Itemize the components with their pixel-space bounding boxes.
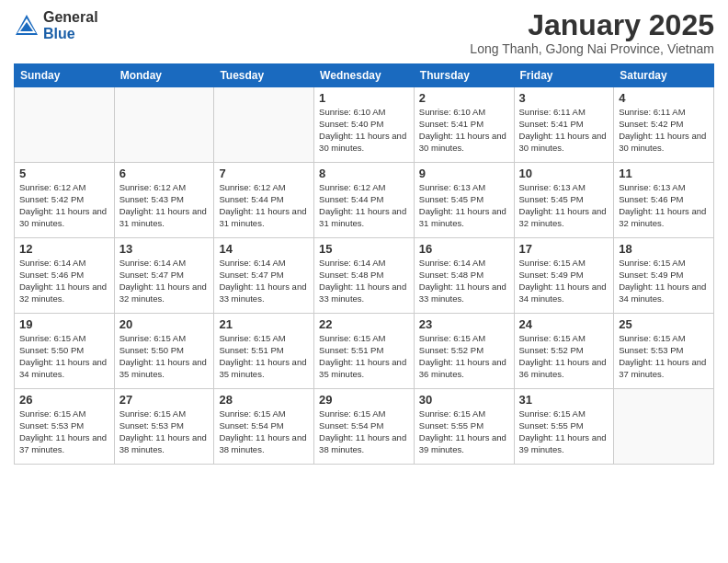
day-number: 2 — [419, 91, 509, 105]
table-row: 10Sunrise: 6:13 AMSunset: 5:45 PMDayligh… — [514, 163, 614, 238]
table-row: 23Sunrise: 6:15 AMSunset: 5:52 PMDayligh… — [414, 314, 514, 389]
table-row: 19Sunrise: 6:15 AMSunset: 5:50 PMDayligh… — [15, 314, 115, 389]
calendar: Sunday Monday Tuesday Wednesday Thursday… — [14, 63, 714, 465]
day-info: Sunrise: 6:15 AMSunset: 5:51 PMDaylight:… — [319, 333, 409, 380]
table-row: 25Sunrise: 6:15 AMSunset: 5:53 PMDayligh… — [614, 314, 714, 389]
table-row: 20Sunrise: 6:15 AMSunset: 5:50 PMDayligh… — [114, 314, 214, 389]
day-number: 1 — [319, 91, 409, 105]
page: General Blue January 2025 Long Thanh, GJ… — [0, 0, 728, 563]
table-row: 26Sunrise: 6:15 AMSunset: 5:53 PMDayligh… — [15, 389, 115, 465]
calendar-week-row: 1Sunrise: 6:10 AMSunset: 5:40 PMDaylight… — [15, 87, 714, 163]
day-info: Sunrise: 6:15 AMSunset: 5:53 PMDaylight:… — [619, 333, 709, 380]
calendar-header-row: Sunday Monday Tuesday Wednesday Thursday… — [15, 64, 714, 87]
table-row — [114, 87, 214, 163]
table-row: 29Sunrise: 6:15 AMSunset: 5:54 PMDayligh… — [314, 389, 415, 465]
day-number: 8 — [319, 167, 409, 180]
logo: General Blue — [14, 9, 98, 41]
table-row: 1Sunrise: 6:10 AMSunset: 5:40 PMDaylight… — [314, 87, 415, 163]
table-row: 27Sunrise: 6:15 AMSunset: 5:53 PMDayligh… — [114, 389, 214, 465]
day-info: Sunrise: 6:15 AMSunset: 5:50 PMDaylight:… — [119, 333, 210, 380]
day-number: 22 — [319, 317, 409, 331]
day-number: 12 — [19, 242, 109, 256]
day-number: 29 — [319, 393, 409, 407]
table-row: 12Sunrise: 6:14 AMSunset: 5:46 PMDayligh… — [15, 238, 115, 314]
month-title: January 2025 — [470, 9, 714, 41]
table-row: 8Sunrise: 6:12 AMSunset: 5:44 PMDaylight… — [314, 163, 415, 238]
day-info: Sunrise: 6:15 AMSunset: 5:55 PMDaylight:… — [419, 408, 509, 455]
day-info: Sunrise: 6:12 AMSunset: 5:44 PMDaylight:… — [319, 182, 409, 229]
day-number: 24 — [519, 317, 609, 331]
table-row: 5Sunrise: 6:12 AMSunset: 5:42 PMDaylight… — [15, 163, 115, 238]
day-number: 7 — [219, 167, 309, 180]
table-row: 11Sunrise: 6:13 AMSunset: 5:46 PMDayligh… — [614, 163, 714, 238]
day-info: Sunrise: 6:15 AMSunset: 5:52 PMDaylight:… — [419, 333, 509, 380]
day-number: 4 — [619, 91, 709, 105]
day-info: Sunrise: 6:15 AMSunset: 5:54 PMDaylight:… — [319, 408, 409, 455]
day-info: Sunrise: 6:13 AMSunset: 5:45 PMDaylight:… — [419, 182, 509, 229]
day-info: Sunrise: 6:15 AMSunset: 5:55 PMDaylight:… — [519, 408, 609, 455]
day-info: Sunrise: 6:12 AMSunset: 5:44 PMDaylight:… — [219, 182, 309, 229]
day-info: Sunrise: 6:11 AMSunset: 5:41 PMDaylight:… — [519, 107, 609, 154]
day-number: 28 — [219, 393, 309, 407]
table-row: 21Sunrise: 6:15 AMSunset: 5:51 PMDayligh… — [214, 314, 314, 389]
day-number: 14 — [219, 242, 309, 256]
table-row: 3Sunrise: 6:11 AMSunset: 5:41 PMDaylight… — [514, 87, 614, 163]
table-row: 7Sunrise: 6:12 AMSunset: 5:44 PMDaylight… — [214, 163, 314, 238]
header: General Blue January 2025 Long Thanh, GJ… — [14, 9, 714, 56]
table-row: 2Sunrise: 6:10 AMSunset: 5:41 PMDaylight… — [414, 87, 514, 163]
logo-text: General Blue — [43, 9, 98, 41]
day-number: 19 — [19, 317, 109, 331]
day-number: 27 — [119, 393, 210, 407]
col-wednesday: Wednesday — [314, 64, 415, 87]
day-info: Sunrise: 6:15 AMSunset: 5:49 PMDaylight:… — [519, 258, 609, 304]
day-info: Sunrise: 6:10 AMSunset: 5:40 PMDaylight:… — [319, 107, 409, 154]
day-number: 18 — [619, 242, 709, 256]
table-row — [214, 87, 314, 163]
day-info: Sunrise: 6:14 AMSunset: 5:46 PMDaylight:… — [19, 258, 109, 304]
day-number: 17 — [519, 242, 609, 256]
col-sunday: Sunday — [15, 64, 115, 87]
day-number: 26 — [19, 393, 109, 407]
col-thursday: Thursday — [414, 64, 514, 87]
day-number: 10 — [519, 167, 609, 180]
day-number: 16 — [419, 242, 509, 256]
day-number: 3 — [519, 91, 609, 105]
day-info: Sunrise: 6:15 AMSunset: 5:53 PMDaylight:… — [119, 408, 210, 455]
day-number: 31 — [519, 393, 609, 407]
logo-blue: Blue — [43, 26, 98, 42]
day-number: 20 — [119, 317, 210, 331]
day-number: 5 — [19, 167, 109, 180]
day-info: Sunrise: 6:15 AMSunset: 5:53 PMDaylight:… — [19, 408, 109, 455]
col-saturday: Saturday — [614, 64, 714, 87]
logo-icon — [14, 13, 40, 39]
day-info: Sunrise: 6:12 AMSunset: 5:43 PMDaylight:… — [119, 182, 210, 229]
day-info: Sunrise: 6:14 AMSunset: 5:48 PMDaylight:… — [419, 258, 509, 304]
day-info: Sunrise: 6:15 AMSunset: 5:54 PMDaylight:… — [219, 408, 309, 455]
table-row: 15Sunrise: 6:14 AMSunset: 5:48 PMDayligh… — [314, 238, 415, 314]
table-row: 31Sunrise: 6:15 AMSunset: 5:55 PMDayligh… — [514, 389, 614, 465]
day-info: Sunrise: 6:15 AMSunset: 5:52 PMDaylight:… — [519, 333, 609, 380]
col-monday: Monday — [114, 64, 214, 87]
day-number: 11 — [619, 167, 709, 180]
table-row: 6Sunrise: 6:12 AMSunset: 5:43 PMDaylight… — [114, 163, 214, 238]
table-row: 14Sunrise: 6:14 AMSunset: 5:47 PMDayligh… — [214, 238, 314, 314]
table-row — [614, 389, 714, 465]
day-number: 6 — [119, 167, 210, 180]
location: Long Thanh, GJong Nai Province, Vietnam — [470, 41, 714, 56]
col-friday: Friday — [514, 64, 614, 87]
day-info: Sunrise: 6:15 AMSunset: 5:50 PMDaylight:… — [19, 333, 109, 380]
table-row: 13Sunrise: 6:14 AMSunset: 5:47 PMDayligh… — [114, 238, 214, 314]
table-row: 22Sunrise: 6:15 AMSunset: 5:51 PMDayligh… — [314, 314, 415, 389]
day-info: Sunrise: 6:14 AMSunset: 5:47 PMDaylight:… — [219, 258, 309, 304]
day-info: Sunrise: 6:11 AMSunset: 5:42 PMDaylight:… — [619, 107, 709, 154]
day-info: Sunrise: 6:12 AMSunset: 5:42 PMDaylight:… — [19, 182, 109, 229]
table-row — [15, 87, 115, 163]
day-info: Sunrise: 6:15 AMSunset: 5:51 PMDaylight:… — [219, 333, 309, 380]
logo-general: General — [43, 9, 98, 26]
day-info: Sunrise: 6:13 AMSunset: 5:45 PMDaylight:… — [519, 182, 609, 229]
calendar-week-row: 19Sunrise: 6:15 AMSunset: 5:50 PMDayligh… — [15, 314, 714, 389]
day-number: 9 — [419, 167, 509, 180]
table-row: 17Sunrise: 6:15 AMSunset: 5:49 PMDayligh… — [514, 238, 614, 314]
day-number: 21 — [219, 317, 309, 331]
day-number: 30 — [419, 393, 509, 407]
